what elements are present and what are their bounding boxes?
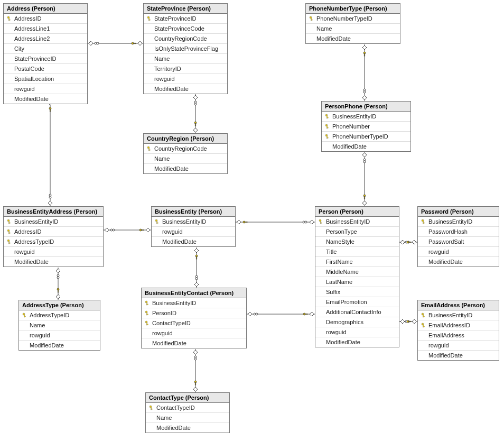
column-row[interactable]: AddressID (4, 14, 87, 24)
column-row[interactable]: EmailAddressID (418, 320, 499, 330)
column-row[interactable]: BusinessEntityID (418, 217, 499, 227)
entity-businessentityaddress[interactable]: BusinessEntityAddress (Person)BusinessEn… (3, 206, 104, 267)
entity-header[interactable]: BusinessEntityContact (Person) (142, 288, 246, 298)
column-row[interactable]: MiddleName (315, 267, 399, 277)
column-row[interactable]: Suffix (315, 287, 399, 297)
column-row[interactable]: ContactTypeID (142, 318, 246, 328)
column-row[interactable]: AddressTypeID (4, 237, 103, 247)
column-row[interactable]: AddressID (4, 227, 103, 237)
column-row[interactable]: ModifiedDate (144, 84, 227, 94)
column-row[interactable]: rowguid (19, 330, 100, 341)
column-row[interactable]: BusinessEntityID (315, 217, 399, 227)
entity-header[interactable]: BusinessEntity (Person) (152, 207, 235, 217)
column-row[interactable]: PasswordHash (418, 227, 499, 237)
column-row[interactable]: Name (144, 54, 227, 64)
column-row[interactable]: LastName (315, 277, 399, 287)
column-row[interactable]: ModifiedDate (144, 164, 227, 173)
column-row[interactable]: ModifiedDate (418, 351, 499, 360)
column-row[interactable]: SpatialLocation (4, 74, 87, 84)
entity-header[interactable]: CountryRegion (Person) (144, 134, 227, 144)
column-row[interactable]: StateProvinceID (144, 14, 227, 24)
column-row[interactable]: Name (19, 320, 100, 330)
column-row[interactable]: Title (315, 247, 399, 257)
column-row[interactable]: Name (144, 154, 227, 164)
column-row[interactable]: rowguid (4, 247, 103, 257)
column-row[interactable]: PersonType (315, 227, 399, 237)
entity-header[interactable]: EmailAddress (Person) (418, 300, 499, 310)
column-row[interactable]: PersonID (142, 308, 246, 318)
column-row[interactable]: PhoneNumber (322, 122, 410, 132)
entity-password[interactable]: Password (Person)BusinessEntityIDPasswor… (417, 206, 499, 267)
column-row[interactable]: ModifiedDate (142, 338, 246, 348)
column-row[interactable]: rowguid (152, 227, 235, 237)
column-row[interactable]: BusinessEntityID (322, 112, 410, 122)
entity-address[interactable]: Address (Person)AddressIDAddressLine1Add… (3, 3, 88, 104)
column-row[interactable]: ModifiedDate (19, 341, 100, 350)
column-name: CountryRegionCode (153, 145, 207, 152)
column-row[interactable]: TerritoryID (144, 64, 227, 74)
column-row[interactable]: ModifiedDate (306, 34, 400, 43)
column-row[interactable]: City (4, 44, 87, 54)
column-row[interactable]: NameStyle (315, 237, 399, 247)
column-row[interactable]: ModifiedDate (322, 142, 410, 151)
column-row[interactable]: CountryRegionCode (144, 144, 227, 154)
column-row[interactable]: Name (146, 413, 229, 423)
entity-emailaddress[interactable]: EmailAddress (Person)BusinessEntityIDEma… (417, 300, 499, 361)
column-row[interactable]: StateProvinceCode (144, 24, 227, 34)
entity-header[interactable]: ContactType (Person) (146, 393, 229, 403)
column-row[interactable]: AddressTypeID (19, 310, 100, 320)
column-row[interactable]: Name (306, 24, 400, 34)
entity-businessentitycontact[interactable]: BusinessEntityContact (Person)BusinessEn… (141, 288, 247, 348)
column-row[interactable]: ModifiedDate (315, 337, 399, 347)
column-row[interactable]: PhoneNumberTypeID (322, 132, 410, 142)
entity-businessentity[interactable]: BusinessEntity (Person)BusinessEntityIDr… (151, 206, 236, 247)
column-row[interactable]: rowguid (315, 327, 399, 337)
column-row[interactable]: PostalCode (4, 64, 87, 74)
entity-header[interactable]: BusinessEntityAddress (Person) (4, 207, 103, 217)
entity-contacttype[interactable]: ContactType (Person)ContactTypeIDNameMod… (145, 392, 230, 433)
entity-addresstype[interactable]: AddressType (Person)AddressTypeIDNamerow… (18, 300, 100, 351)
column-row[interactable]: IsOnlyStateProvinceFlag (144, 44, 227, 54)
column-row[interactable]: ModifiedDate (4, 94, 87, 104)
column-row[interactable]: rowguid (418, 247, 499, 257)
column-row[interactable]: ModifiedDate (152, 237, 235, 246)
column-row[interactable]: AdditionalContactInfo (315, 307, 399, 317)
entity-header[interactable]: Address (Person) (4, 4, 87, 14)
column-row[interactable]: ModifiedDate (418, 257, 499, 267)
column-row[interactable]: AddressLine2 (4, 34, 87, 44)
entity-person[interactable]: Person (Person)BusinessEntityIDPersonTyp… (315, 206, 399, 347)
entity-header[interactable]: AddressType (Person) (19, 300, 100, 310)
entity-header[interactable]: StateProvince (Person) (144, 4, 227, 14)
column-name: Name (29, 322, 45, 328)
column-row[interactable]: BusinessEntityID (142, 298, 246, 308)
entity-phonenumbertype[interactable]: PhoneNumberType (Person)PhoneNumberTypeI… (305, 3, 400, 44)
column-row[interactable]: BusinessEntityID (152, 217, 235, 227)
column-row[interactable]: BusinessEntityID (418, 310, 499, 320)
primary-key-icon (144, 320, 151, 326)
column-row[interactable]: ContactTypeID (146, 403, 229, 413)
column-row[interactable]: StateProvinceID (4, 54, 87, 64)
column-row[interactable]: rowguid (4, 84, 87, 94)
column-row[interactable]: FirstName (315, 257, 399, 267)
column-row[interactable]: EmailAddress (418, 330, 499, 341)
column-row[interactable]: rowguid (418, 341, 499, 351)
column-row[interactable]: rowguid (144, 74, 227, 84)
column-row[interactable]: rowguid (142, 328, 246, 338)
column-row[interactable]: CountryRegionCode (144, 34, 227, 44)
column-row[interactable]: ModifiedDate (4, 257, 103, 267)
entity-countryregion[interactable]: CountryRegion (Person)CountryRegionCodeN… (143, 133, 228, 174)
column-row[interactable]: PasswordSalt (418, 237, 499, 247)
entity-header[interactable]: PhoneNumberType (Person) (306, 4, 400, 14)
column-row[interactable]: EmailPromotion (315, 297, 399, 307)
column-row[interactable]: Demographics (315, 317, 399, 327)
column-row[interactable]: BusinessEntityID (4, 217, 103, 227)
entity-stateprovince[interactable]: StateProvince (Person)StateProvinceIDSta… (143, 3, 228, 94)
entity-header[interactable]: Person (Person) (315, 207, 399, 217)
entity-personphone[interactable]: PersonPhone (Person)BusinessEntityIDPhon… (321, 101, 411, 152)
column-row[interactable]: ModifiedDate (146, 423, 229, 433)
column-row[interactable]: AddressLine1 (4, 24, 87, 34)
column-row[interactable]: PhoneNumberTypeID (306, 14, 400, 24)
column-name: ContactTypeID (155, 405, 195, 411)
entity-header[interactable]: Password (Person) (418, 207, 499, 217)
entity-header[interactable]: PersonPhone (Person) (322, 102, 410, 112)
